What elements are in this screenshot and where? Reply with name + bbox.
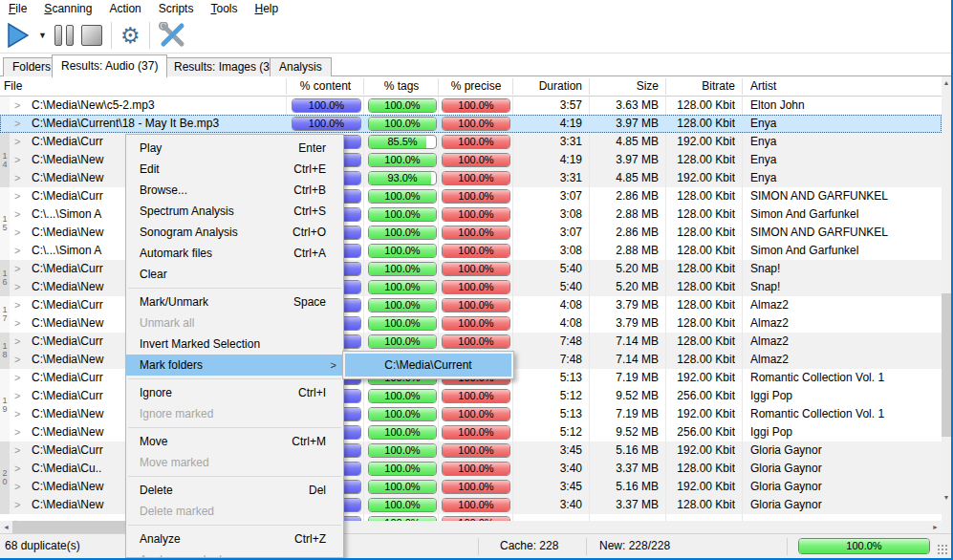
bitrate-cell: 128.00 Kbit [666,187,735,205]
size-cell: 3.97 MB [590,151,659,169]
menu-tools[interactable]: Tools [202,0,246,18]
menu-help[interactable]: Help [246,0,287,18]
column-header-bitrate[interactable]: Bitrate [666,76,735,97]
bitrate-cell: 192.00 Kbit [666,133,735,151]
artist-cell: Snap! [750,278,938,296]
menu-item-sonogram-analysis[interactable]: Sonogram AnalysisCtrl+O [126,222,343,243]
duration-cell: 3:57 [513,97,582,115]
tags-percent-bar: 100.0% [368,443,437,458]
expand-chevron-icon[interactable]: > [14,478,24,496]
bitrate-cell: 128.00 Kbit [666,205,735,224]
menu-item-play[interactable]: PlayEnter [126,138,343,159]
menu-action[interactable]: Action [100,0,149,18]
tags-percent-bar: 100.0% [368,189,437,204]
expand-chevron-icon[interactable]: > [14,205,24,224]
column-header-artist[interactable]: Artist [750,76,938,97]
menu-item-ignore[interactable]: IgnoreCtrl+I [126,382,343,403]
resize-grip[interactable] [938,545,947,554]
expand-chevron-icon[interactable]: > [14,514,24,521]
menu-item-invert-marked-selection[interactable]: Invert Marked Selection [126,334,343,355]
vertical-scrollbar-thumb[interactable] [942,293,951,437]
submenu-item-folder[interactable]: C:\Media\Current [345,354,511,377]
menu-scripts[interactable]: Scripts [150,0,203,18]
menu-item-spectrum-analysis[interactable]: Spectrum AnalysisCtrl+S [126,201,343,222]
size-cell: 5.20 MB [590,278,659,296]
column-header-tags[interactable]: % tags [364,76,439,97]
tags-percent-bar: 85.5% [368,135,437,149]
scroll-right-icon[interactable]: ► [929,521,942,533]
artist-cell: Romantic Collection Vol. 1 [750,405,938,423]
column-header-duration[interactable]: Duration [513,76,582,97]
scroll-left-icon[interactable]: ◄ [0,521,12,533]
expand-chevron-icon[interactable]: > [14,351,24,369]
table-row[interactable]: >C:\Media\Current\18 - May It Be.mp3100.… [0,115,942,133]
menu-bar: FileScanningActionScriptsToolsHelp [0,0,951,18]
expand-chevron-icon[interactable]: > [14,169,24,187]
expand-chevron-icon[interactable]: > [14,260,24,278]
menu-file[interactable]: File [0,0,35,18]
file-cell: C:\Media\New\c5-2.mp3 [32,97,282,115]
column-header-file[interactable]: File [4,76,281,97]
expand-chevron-icon[interactable]: > [14,224,24,242]
precise-percent-bar: 100.0% [442,189,510,204]
menu-item-clear[interactable]: Clear [126,264,343,285]
menu-item-analyze[interactable]: AnalyzeCtrl+Z [126,528,343,549]
tab-results-audio[interactable]: Results: Audio (37) [52,54,167,77]
column-header-precise[interactable]: % precise [439,76,513,97]
pause-button[interactable] [51,21,77,50]
scroll-up-icon[interactable]: ▲ [942,76,951,90]
tab-analysis[interactable]: Analysis [270,57,332,76]
duration-cell: 3:45 [513,442,582,460]
menu-item-delete[interactable]: DeleteDel [126,480,343,501]
expand-chevron-icon[interactable]: > [14,405,24,423]
column-header-content[interactable]: % content [287,76,364,97]
menu-scanning[interactable]: Scanning [35,0,100,18]
artist-cell: SIMON AND GARFUNKEL [750,224,938,242]
expand-chevron-icon[interactable]: > [14,442,24,460]
scroll-down-icon[interactable]: ▼ [942,491,951,505]
tools-button[interactable] [155,21,189,50]
expand-chevron-icon[interactable]: > [14,369,24,387]
settings-button[interactable]: ⚙ [117,21,144,50]
expand-chevron-icon[interactable]: > [14,296,24,314]
bitrate-cell: 256.00 Kbit [666,387,735,405]
scan-progress-bar: 100.0% [798,538,930,554]
duration-cell: 7:48 [513,351,582,369]
play-button[interactable] [4,21,32,50]
duration-cell: 3:31 [513,169,582,187]
expand-chevron-icon[interactable]: > [14,115,24,133]
size-cell: 3.79 MB [590,314,659,333]
bitrate-cell: 128.00 Kbit [666,314,735,333]
expand-chevron-icon[interactable]: > [14,333,24,351]
expand-chevron-icon[interactable]: > [14,314,24,333]
size-cell: 5.20 MB [590,260,659,278]
expand-chevron-icon[interactable]: > [14,278,24,296]
size-cell: 3.63 MB [590,97,659,115]
vertical-scrollbar[interactable]: ▲ ▼ [942,76,951,521]
artist-cell: SIMON AND GARFUNKEL [750,187,938,205]
table-row[interactable]: >C:\Media\New\c5-2.mp3100.0%100.0%100.0%… [0,97,942,115]
menu-item-automark-files[interactable]: Automark filesCtrl+A [126,243,343,264]
column-header-size[interactable]: Size [590,76,659,97]
stop-button[interactable] [77,21,106,50]
bitrate-cell: 192.00 Kbit [666,442,735,460]
menu-item-mark-folders[interactable]: Mark folders> [126,355,343,376]
menu-item-mark-unmark[interactable]: Mark/UnmarkSpace [126,291,343,312]
expand-chevron-icon[interactable]: > [14,387,24,405]
tags-percent-bar: 100.0% [368,280,437,294]
menu-item-browse-[interactable]: Browse...Ctrl+B [126,180,343,201]
menu-item-move[interactable]: MoveCtrl+M [126,431,343,452]
menu-item-ignore-marked: Ignore marked [126,403,343,424]
expand-chevron-icon[interactable]: > [14,151,24,169]
expand-chevron-icon[interactable]: > [14,242,24,260]
expand-chevron-icon[interactable]: > [14,133,24,151]
menu-item-edit[interactable]: EditCtrl+E [126,159,343,180]
play-dropdown-button[interactable]: ▼ [34,21,51,50]
expand-chevron-icon[interactable]: > [14,496,24,514]
duration-cell: 3:45 [513,478,582,496]
expand-chevron-icon[interactable]: > [14,97,24,115]
expand-chevron-icon[interactable]: > [14,460,24,478]
expand-chevron-icon[interactable]: > [14,187,24,205]
expand-chevron-icon[interactable]: > [14,423,24,442]
tags-percent-bar: 100.0% [368,244,437,258]
